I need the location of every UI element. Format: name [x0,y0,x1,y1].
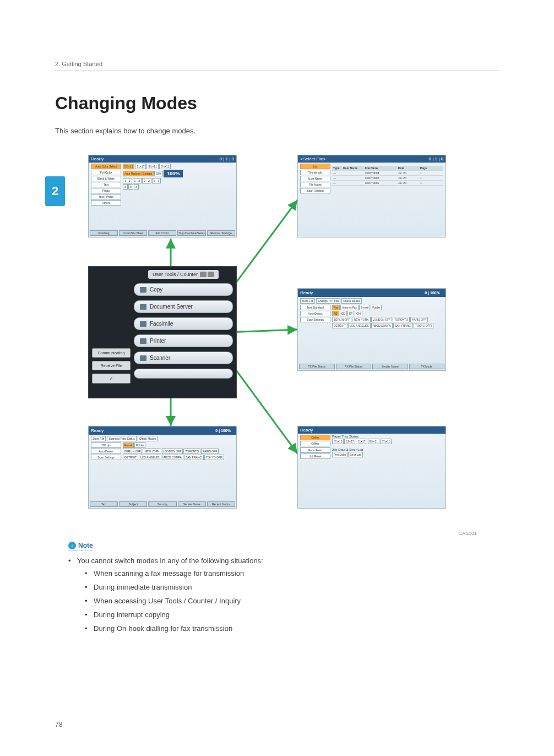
menu-item-document-server[interactable]: Document Server [134,300,233,313]
paper-tray-btn[interactable]: 8½×11 [123,164,134,169]
scanner-top-btn[interactable]: Scanned Files Status [107,436,136,441]
fax-side-btn[interactable]: Text Standard [300,305,330,310]
scanner-side-btn[interactable]: Scan Settings [91,455,121,460]
scanner-footer-tab[interactable]: Subject [119,501,147,507]
dest-item[interactable]: LOS ANGELES [348,323,371,328]
scanner-tab[interactable]: E-mail [123,442,134,448]
dest-item[interactable]: ABCD COMPA [162,455,183,460]
copier-side-btn[interactable]: Others [91,200,121,206]
ds-left-tab[interactable]: Thumbnails [300,170,330,175]
tray-btn[interactable]: 11×17 [356,439,367,444]
layout-btn[interactable]: 1→1 [123,178,132,183]
fax-side-btn[interactable]: Scan Settings [300,317,330,322]
fax-footer-tab[interactable]: RX File Status [336,364,372,369]
dest-btn[interactable]: CD [340,311,347,316]
scanner-footer-tab[interactable]: Security [148,501,176,507]
menu-item-printer[interactable]: Printer [134,334,233,347]
copier-side-btn[interactable]: Auto Color Select [91,164,121,169]
scanner-top-btn[interactable]: Store File [91,436,106,441]
paper-tray-btn[interactable]: 8½×11 [146,164,158,169]
menu-item-copy[interactable]: Copy [134,283,233,296]
scanner-side-btn[interactable]: Auto Detect [91,449,121,454]
dest-item[interactable]: DETROIT [123,455,138,460]
dest-btn[interactable]: EF [347,311,354,316]
layout-btn[interactable]: 2→2 [142,178,151,183]
fax-footer-tab[interactable]: TX Mode [409,364,445,369]
dest-item[interactable]: LOS ANGELES [139,455,161,460]
fax-side-btn[interactable]: Auto Detect [300,311,330,316]
copier-footer-tab[interactable]: Finishing [90,230,118,236]
fax-top-btn[interactable]: Change TX / Info [316,298,340,304]
dest-item[interactable]: BERLIN OFF [332,317,351,322]
table-row[interactable]: — COPY0003 Jul. 20 1 [332,171,443,176]
printer-offline-btn[interactable]: Offline [300,441,330,446]
paper-tray-btn[interactable]: 11×17 [135,164,146,169]
copier-side-btn[interactable]: Full Color [91,170,121,175]
scanner-tab[interactable]: Folder [134,442,145,448]
copier-side-btn[interactable]: Text [91,182,121,187]
fax-footer-tab[interactable]: Sender Name [372,364,408,369]
layout-btn[interactable]: 1→2 [133,178,142,183]
copier-footer-tab[interactable]: Cover/Slip Sheet [119,230,147,236]
scanner-top-btn[interactable]: Check Modes [138,436,158,441]
printer-jobreset[interactable]: Job Reset [300,453,330,459]
copier-side-btn[interactable]: Black & White [91,176,121,181]
dest-item[interactable]: TORONTO [393,317,410,322]
ds-left-tab[interactable]: User Name [300,176,330,181]
fax-top-btn[interactable]: Check Modes [341,298,362,304]
copier-footer-tab[interactable]: Dup./Combine/Series [177,230,206,236]
dest-item[interactable]: ABCD COMPA [371,323,393,328]
paper-tray-btn[interactable]: 8½×11 [159,164,171,169]
dest-item[interactable]: PARIS OFF [410,317,428,322]
staple-btn[interactable]: ⎚ [123,184,128,190]
dest-btn[interactable]: GH [355,311,362,316]
ds-left-tab[interactable]: File Name [300,182,330,187]
dest-item[interactable]: SAN FRANCI [184,455,204,460]
fax-footer-tab[interactable]: TX File Status [299,364,335,369]
menu-item-facsimile[interactable]: Facsimile [134,317,233,330]
dest-item[interactable]: LONDON OFF [371,317,393,322]
print-jobs-btn[interactable]: Print Jobs [332,452,347,457]
copier-footer-tab[interactable]: Reduce / Enlarge [207,230,235,236]
printer-formfeed[interactable]: Form Feed [300,447,330,453]
scanner-footer-tab[interactable]: Recept. Notice [207,501,235,507]
tray-btn[interactable]: 8½×11 [380,439,392,444]
dest-item[interactable]: NEW YORK [143,449,161,454]
ds-left-tab[interactable]: List [300,164,330,169]
dest-item[interactable]: TORONTO [183,449,200,454]
table-row[interactable]: — COPY0001 Jul. 20 1 [332,181,443,186]
dest-item[interactable]: TOKYO OFFI [204,455,224,460]
dest-item[interactable]: BERLIN OFF [123,449,142,454]
dest-item[interactable]: SAN FRANCI [393,323,413,328]
copier-side-btn[interactable]: Text / Photo [91,194,121,199]
scanner-footer-tab[interactable]: Sender Name [178,501,206,507]
ds-title: <Select File> [300,156,326,161]
dest-item[interactable]: TOKYO OFFI [414,323,433,328]
dest-item[interactable]: PARIS OFF [201,449,219,454]
dest-item[interactable]: DETROIT [332,323,347,328]
fax-top-btn[interactable]: Store File [300,298,315,304]
fax-tab[interactable]: E-mail [359,305,370,310]
tray-btn[interactable]: 8½×11 [368,439,379,444]
dest-btn[interactable]: AB [332,311,339,316]
fax-tab[interactable]: Internet Fax [340,305,359,310]
copier-side-btn[interactable]: Photo [91,188,121,193]
copier-footer-tab[interactable]: Edit / Color [148,230,176,236]
staple-btn[interactable]: ⎚ [128,184,133,190]
dest-item[interactable]: LONDON OFF [162,449,183,454]
scanner-footer-tab[interactable]: Text [90,501,118,507]
staple-btn[interactable]: ⎚ [134,184,139,190]
tray-btn[interactable]: 8½×11 [332,439,344,444]
fax-tab[interactable]: Fax [332,305,340,310]
ds-left-tab[interactable]: Scan Original [300,188,330,193]
fax-tab[interactable]: Folder [371,305,382,310]
table-row[interactable]: — COPY0002 Jul. 20 1 [332,176,443,181]
printer-online-btn[interactable]: Online [300,435,330,440]
dest-item[interactable]: NEW YORK [352,317,370,322]
menu-item-scanner[interactable]: Scanner [134,352,233,364]
scanner-side-btn[interactable]: 200 dpi [91,442,121,448]
layout-btn[interactable]: 2→1 [152,178,161,183]
auto-reduce-btn[interactable]: Auto Reduce / Enlarge [123,171,154,176]
error-log-btn[interactable]: Error Log [348,452,363,457]
tray-btn[interactable]: 11×17 [344,439,355,444]
